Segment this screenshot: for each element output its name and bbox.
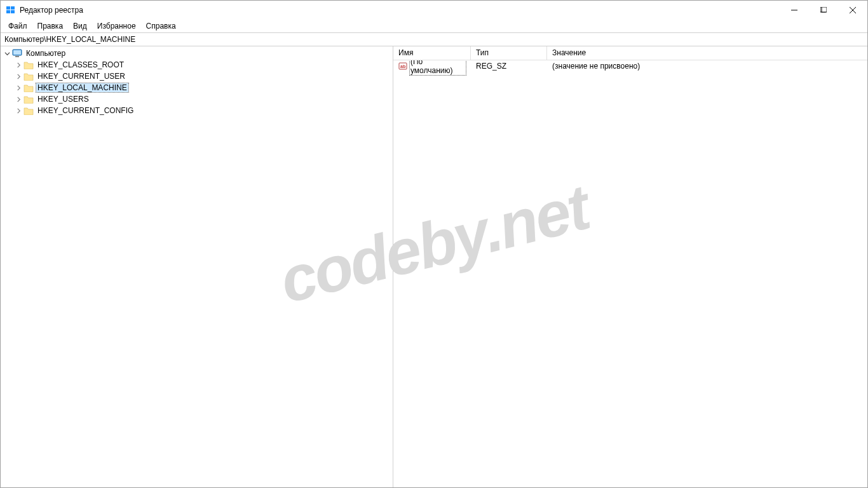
tree-hive-label: HKEY_CURRENT_USER [36, 72, 126, 81]
chevron-right-icon[interactable] [15, 61, 22, 69]
value-cell-name: ab (По умолчанию) [393, 60, 471, 75]
address-bar[interactable]: Компьютер\HKEY_LOCAL_MACHINE [1, 32, 867, 46]
minimize-button[interactable] [780, 1, 809, 20]
reg-string-icon: ab [398, 62, 407, 71]
registry-editor-window: Редактор реестра Файл Правка Вид Избранн… [0, 0, 868, 488]
svg-rect-0 [6, 6, 10, 10]
column-header-type[interactable]: Тип [471, 46, 547, 60]
menu-file[interactable]: Файл [3, 20, 32, 32]
maximize-button[interactable] [809, 1, 838, 20]
menu-favorites[interactable]: Избранное [92, 20, 141, 32]
tree-root-label: Компьютер [25, 49, 67, 58]
titlebar: Редактор реестра [1, 1, 867, 20]
chevron-right-icon[interactable] [15, 72, 22, 80]
svg-rect-3 [11, 10, 15, 13]
column-header-name[interactable]: Имя [393, 46, 471, 60]
value-name-label: (По умолчанию) [410, 60, 466, 75]
values-body[interactable]: ab (По умолчанию) REG_SZ (значение не пр… [393, 60, 867, 487]
computer-icon [12, 48, 22, 58]
value-cell-data: (значение не присвоено) [547, 62, 867, 71]
value-cell-type: REG_SZ [471, 62, 547, 71]
app-icon [6, 5, 16, 15]
tree-hive-label: HKEY_CURRENT_CONFIG [36, 106, 135, 115]
folder-icon [24, 105, 34, 116]
address-path: Компьютер\HKEY_LOCAL_MACHINE [4, 35, 135, 44]
tree-hive-label: HKEY_LOCAL_MACHINE [36, 83, 128, 92]
svg-text:ab: ab [400, 64, 405, 69]
tree-hive-label: HKEY_USERS [36, 95, 90, 104]
tree-hive-local-machine[interactable]: HKEY_LOCAL_MACHINE [1, 82, 393, 93]
menu-help[interactable]: Справка [141, 20, 181, 32]
tree-hive-label: HKEY_CLASSES_ROOT [36, 60, 125, 69]
tree-hive-current-user[interactable]: HKEY_CURRENT_USER [1, 71, 393, 82]
chevron-right-icon[interactable] [15, 84, 22, 92]
folder-icon [24, 94, 34, 104]
chevron-down-icon[interactable] [3, 50, 11, 57]
tree-hive-users[interactable]: HKEY_USERS [1, 93, 393, 105]
close-button[interactable] [838, 1, 867, 20]
svg-rect-1 [11, 6, 15, 10]
menu-edit[interactable]: Правка [32, 20, 69, 32]
folder-icon [24, 83, 34, 93]
tree-hive-current-config[interactable]: HKEY_CURRENT_CONFIG [1, 105, 393, 116]
window-title: Редактор реестра [20, 6, 780, 15]
svg-rect-6 [822, 7, 827, 12]
svg-rect-11 [15, 56, 19, 57]
svg-rect-10 [13, 50, 21, 55]
tree-hive-classes-root[interactable]: HKEY_CLASSES_ROOT [1, 59, 393, 71]
values-pane: Имя Тип Значение ab (По умолчанию) [393, 46, 867, 487]
menu-view[interactable]: Вид [68, 20, 92, 32]
tree-root-computer[interactable]: Компьютер [1, 48, 393, 59]
chevron-right-icon[interactable] [15, 107, 22, 114]
column-header-value[interactable]: Значение [547, 46, 867, 60]
folder-icon [24, 60, 34, 70]
value-row[interactable]: ab (По умолчанию) REG_SZ (значение не пр… [393, 60, 867, 72]
chevron-right-icon[interactable] [15, 95, 22, 103]
window-controls [780, 1, 867, 20]
menubar: Файл Правка Вид Избранное Справка [1, 20, 867, 32]
values-header: Имя Тип Значение [393, 46, 867, 60]
content-area: Компьютер HKEY_CLASSES_ROOT HKEY_CURRE [1, 46, 867, 487]
folder-icon [24, 71, 34, 81]
tree-pane[interactable]: Компьютер HKEY_CLASSES_ROOT HKEY_CURRE [1, 46, 393, 487]
svg-rect-2 [6, 10, 10, 13]
